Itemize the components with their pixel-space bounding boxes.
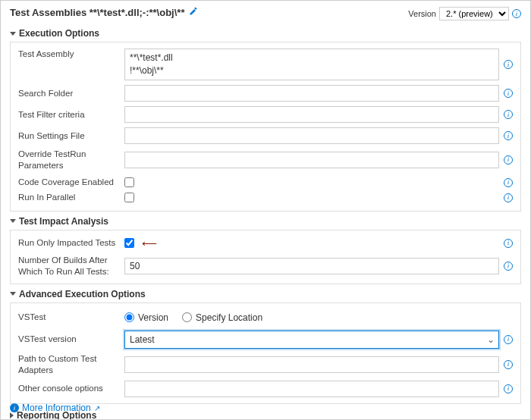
label-code-coverage: Code Coverage Enabled: [18, 177, 124, 188]
section-body-impact: Run Only Impacted Tests ⟵ i Number Of Bu…: [10, 230, 521, 284]
caret-down-icon: [10, 32, 16, 36]
label-builds-after: Number Of Builds After Which To Run All …: [18, 255, 124, 277]
info-icon[interactable]: i: [504, 131, 513, 140]
more-info-link[interactable]: i More Information ↗: [10, 403, 100, 413]
section-header-advanced[interactable]: Advanced Execution Options: [10, 289, 521, 299]
section-title: Advanced Execution Options: [19, 289, 146, 299]
caret-down-icon: [10, 219, 16, 223]
test-filter-input[interactable]: [124, 106, 499, 123]
version-select[interactable]: 2.* (preview): [439, 7, 509, 20]
label-vstest-version: VSTest version: [18, 334, 124, 345]
radio-location-label: Specify Location: [196, 312, 262, 323]
code-coverage-checkbox[interactable]: [124, 177, 134, 187]
radio-location-input[interactable]: [182, 312, 192, 322]
info-icon[interactable]: i: [504, 239, 513, 248]
info-icon[interactable]: i: [504, 110, 513, 119]
section-body-advanced: VSTest Version Specify Location VSTest v…: [10, 302, 521, 404]
run-parallel-checkbox[interactable]: [124, 193, 134, 202]
search-folder-input[interactable]: [124, 85, 499, 102]
info-icon[interactable]: i: [504, 384, 513, 393]
section-body-execution: Test Assembly **\*test*.dll !**\obj\** i…: [10, 42, 521, 212]
info-icon[interactable]: i: [504, 360, 513, 369]
edit-icon[interactable]: [189, 7, 198, 18]
section-execution: Execution Options Test Assembly **\*test…: [10, 28, 521, 212]
external-link-icon: ↗: [94, 404, 100, 412]
caret-down-icon: [10, 292, 16, 296]
radio-version-input[interactable]: [124, 312, 134, 322]
title-row: Test Assemblies **\*test*.dll;-:**\obj\*…: [10, 7, 198, 18]
label-run-settings: Run Settings File: [18, 130, 124, 142]
label-test-filter: Test Filter criteria: [18, 109, 124, 121]
section-advanced: Advanced Execution Options VSTest Versio…: [10, 289, 521, 404]
label-override-params: Override TestRun Parameters: [18, 149, 124, 171]
label-custom-adapters: Path to Custom Test Adapters: [18, 353, 124, 376]
version-label: Version: [408, 9, 436, 18]
override-params-input[interactable]: [124, 152, 499, 168]
radio-version[interactable]: Version: [124, 312, 168, 323]
more-info-label: More Information: [22, 403, 91, 413]
version-row: Version 2.* (preview) i: [408, 7, 521, 20]
info-icon[interactable]: i: [504, 335, 513, 344]
section-impact: Test Impact Analysis Run Only Impacted T…: [10, 216, 521, 284]
info-icon[interactable]: i: [504, 155, 513, 165]
label-other-console: Other console options: [18, 383, 124, 394]
page-title: Test Assemblies **\*test*.dll;-:**\obj\*…: [10, 7, 184, 18]
custom-adapters-input[interactable]: [124, 356, 499, 373]
info-icon[interactable]: i: [504, 89, 513, 98]
test-assembly-input[interactable]: **\*test*.dll !**\obj\**: [124, 49, 499, 80]
label-vstest: VSTest: [18, 312, 124, 323]
label-run-parallel: Run In Parallel: [18, 192, 124, 203]
run-impacted-checkbox[interactable]: [124, 238, 134, 248]
section-title: Execution Options: [19, 28, 99, 39]
label-run-impacted: Run Only Impacted Tests: [18, 237, 124, 249]
builds-after-input[interactable]: [124, 258, 499, 274]
info-icon[interactable]: i: [504, 193, 513, 202]
section-title: Test Impact Analysis: [19, 216, 108, 227]
section-header-execution[interactable]: Execution Options: [10, 28, 521, 39]
info-icon[interactable]: i: [504, 60, 513, 69]
vstest-version-select[interactable]: Latest: [124, 331, 499, 349]
label-search-folder: Search Folder: [18, 88, 124, 99]
radio-version-label: Version: [138, 312, 168, 323]
info-fill-icon: i: [10, 403, 19, 412]
info-icon[interactable]: i: [512, 9, 521, 18]
run-settings-input[interactable]: [124, 127, 499, 144]
info-icon[interactable]: i: [504, 178, 513, 187]
info-icon[interactable]: i: [504, 262, 513, 271]
section-header-impact[interactable]: Test Impact Analysis: [10, 216, 521, 227]
header: Test Assemblies **\*test*.dll;-:**\obj\*…: [10, 7, 521, 20]
other-console-input[interactable]: [124, 381, 499, 397]
arrow-annotation-icon: ⟵: [142, 237, 157, 249]
radio-location[interactable]: Specify Location: [182, 312, 262, 323]
label-test-assembly: Test Assembly: [18, 49, 124, 60]
